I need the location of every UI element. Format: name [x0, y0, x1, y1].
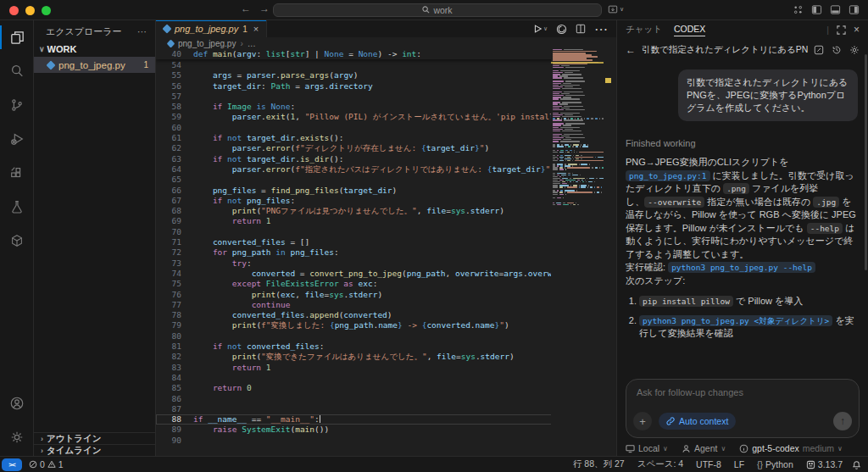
send-button[interactable]: ↑	[833, 412, 852, 430]
code-line[interactable]: 86	[156, 394, 604, 404]
workspace-section-header[interactable]: ∨ WORK	[34, 42, 155, 57]
explorer-view-icon[interactable]	[0, 20, 34, 54]
new-task-icon[interactable]	[814, 45, 824, 55]
breadcrumb[interactable]: png_to_jpeg.py › …	[156, 37, 616, 49]
outline-section[interactable]: › アウトライン	[34, 432, 155, 444]
inline-code-link[interactable]: png_to_jpeg.py:1	[626, 170, 710, 181]
code-line[interactable]: 69 return 1	[156, 216, 604, 226]
tab-chat[interactable]: チャット	[626, 24, 662, 36]
code-line[interactable]: 57	[156, 92, 604, 102]
history-back-icon[interactable]: ←	[241, 3, 251, 14]
code-line[interactable]: 67 if not png_files:	[156, 196, 604, 206]
code-line[interactable]: 40def main(argv: list[str] | None = None…	[156, 49, 604, 59]
code-line[interactable]: 83 return 1	[156, 363, 604, 373]
tab-codex[interactable]: CODEX	[674, 24, 705, 36]
auto-context-pill[interactable]: Auto context	[659, 413, 736, 430]
code-line[interactable]: 66 png_files = find_png_files(target_dir…	[156, 186, 604, 196]
minimap[interactable]	[551, 49, 604, 456]
thread-title[interactable]: 引数で指定されたディレクトリにあるPNGを、JPE...	[642, 44, 808, 56]
code-line[interactable]: 84	[156, 373, 604, 383]
close-window-button[interactable]	[9, 6, 19, 15]
testing-icon[interactable]	[0, 190, 34, 224]
gear-icon[interactable]	[849, 45, 860, 55]
code-line[interactable]: 61 if not target_dir.exists():	[156, 133, 604, 143]
code-line[interactable]: 55 args = parser.parse_args(argv)	[156, 70, 604, 81]
attach-button[interactable]: +	[633, 412, 652, 430]
code-line[interactable]: 65	[156, 175, 604, 185]
remote-indicator[interactable]: ><	[2, 458, 22, 471]
code-line[interactable]: 81 if not converted_files:	[156, 342, 604, 352]
notifications-bell-icon[interactable]	[852, 460, 861, 469]
overview-ruler[interactable]	[604, 49, 616, 456]
code-line[interactable]: 62 parser.error(f"ディレクトリが存在しません: {target…	[156, 143, 604, 153]
language-mode-status[interactable]: {} Python	[754, 457, 797, 472]
mode-selector[interactable]: Agent∨	[682, 443, 726, 453]
model-selector[interactable]: gpt-5-codex medium ∨	[739, 443, 843, 453]
codex-extension-icon[interactable]	[0, 224, 34, 258]
code-line[interactable]: 70	[156, 227, 604, 237]
split-editor-icon[interactable]	[576, 24, 586, 34]
code-line[interactable]: 64 parser.error(f"指定されたパスはディレクトリではありません:…	[156, 164, 604, 175]
encoding-status[interactable]: UTF-8	[693, 457, 725, 472]
toggle-secondary-sidebar-icon[interactable]	[849, 4, 860, 15]
layout-control-icon[interactable]: ∨	[608, 4, 624, 14]
code-line[interactable]: 58 if Image is None:	[156, 102, 604, 112]
code-line[interactable]: 89 raise SystemExit(main())	[156, 425, 604, 435]
code-line[interactable]: 75 except FileExistsError as exc:	[156, 279, 604, 289]
code-line[interactable]: 88if __name__ == "__main__":	[156, 414, 604, 425]
code-line[interactable]: 68 print("PNGファイルは見つかりませんでした。", file=sys…	[156, 206, 604, 216]
more-actions-icon[interactable]: ⋯	[137, 26, 147, 37]
code-line[interactable]: 79 print(f"変換しました: {png_path.name} -> {c…	[156, 320, 604, 330]
timeline-section[interactable]: › タイムライン	[34, 444, 155, 456]
code-editor[interactable]: 5455 args = parser.parse_args(argv)56 ta…	[156, 49, 616, 456]
cursor-position-status[interactable]: 行 88、列 27	[570, 457, 628, 472]
indentation-status[interactable]: スペース: 4	[634, 457, 687, 472]
followup-input[interactable]: Ask for follow-up changes + Auto context…	[626, 379, 860, 438]
inline-code-link[interactable]: python3 png_to_jpeg.py <対象ディレクトリ>	[639, 315, 832, 326]
account-icon[interactable]	[0, 386, 34, 420]
eol-status[interactable]: LF	[731, 457, 748, 472]
source-control-icon[interactable]	[0, 88, 34, 122]
run-python-file-button[interactable]: ∨	[532, 24, 548, 34]
code-line[interactable]: 77 continue	[156, 300, 604, 310]
back-icon[interactable]: ←	[626, 44, 636, 56]
breadcrumb-symbol[interactable]: …	[248, 39, 256, 48]
code-line[interactable]: 87	[156, 404, 604, 414]
code-line[interactable]: 73 try:	[156, 258, 604, 269]
editor-more-actions-icon[interactable]: ⋯	[594, 21, 608, 37]
close-tab-icon[interactable]: ×	[253, 24, 259, 34]
history-icon[interactable]	[832, 45, 842, 55]
code-line[interactable]: 74 converted = convert_png_to_jpeg(png_p…	[156, 269, 604, 279]
search-view-icon[interactable]	[0, 54, 34, 88]
code-line[interactable]: 80	[156, 331, 604, 342]
maximize-panel-icon[interactable]	[837, 25, 846, 35]
sticky-scroll-line[interactable]: 40def main(argv: list[str] | None = None…	[156, 49, 604, 59]
breadcrumb-file[interactable]: png_to_jpeg.py	[178, 39, 236, 48]
code-line[interactable]: 60	[156, 123, 604, 133]
code-line[interactable]: 63 if not target_dir.is_dir():	[156, 154, 604, 164]
code-line[interactable]: 90	[156, 436, 604, 446]
code-line[interactable]: 85 return 0	[156, 383, 604, 393]
panel-scrollbar[interactable]	[865, 54, 867, 270]
toggle-primary-sidebar-icon[interactable]	[811, 4, 822, 15]
minimize-window-button[interactable]	[25, 6, 35, 15]
extensions-icon[interactable]	[0, 156, 34, 190]
code-line[interactable]: 78 converted_files.append(converted)	[156, 310, 604, 320]
problems-status[interactable]: 0 1	[25, 457, 67, 472]
close-panel-icon[interactable]: ×	[854, 24, 860, 36]
run-debug-icon[interactable]	[0, 122, 34, 156]
python-interpreter-status[interactable]: 3.13.7	[803, 457, 846, 472]
code-line[interactable]: 59 parser.exit(1, "Pillow (PIL) がインストールさ…	[156, 112, 604, 122]
tab-png-to-jpeg[interactable]: png_to_jpeg.py 1 ×	[156, 20, 267, 37]
toggle-panel-icon[interactable]	[830, 4, 841, 15]
command-center[interactable]: work	[273, 3, 602, 17]
environment-selector[interactable]: Local∨	[626, 443, 668, 453]
code-line[interactable]: 71 converted_files = []	[156, 237, 604, 247]
customize-layout-icon[interactable]	[793, 4, 804, 15]
code-line[interactable]: 72 for png_path in png_files:	[156, 247, 604, 258]
inline-code-link[interactable]: python3 png_to_jpeg.py --help	[668, 262, 815, 273]
code-line[interactable]: 82 print("変換できたファイルはありませんでした。", file=sys…	[156, 352, 604, 362]
code-line[interactable]: 76 print(exc, file=sys.stderr)	[156, 290, 604, 300]
file-item-png-to-jpeg[interactable]: png_to_jpeg.py 1	[34, 57, 155, 73]
code-line[interactable]: 54	[156, 60, 604, 70]
